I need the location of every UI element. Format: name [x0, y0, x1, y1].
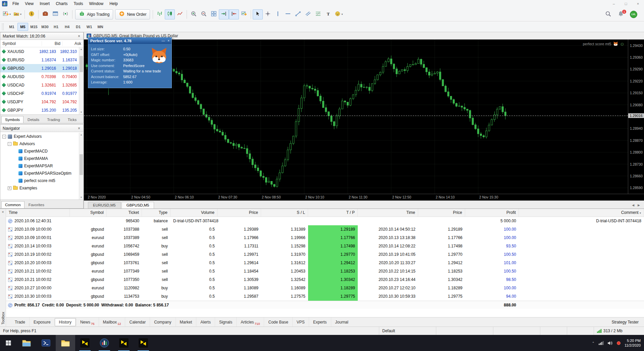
- zoom-in-button[interactable]: [189, 9, 199, 19]
- history-column-comment-close[interactable]: Comment ▾: [519, 209, 644, 217]
- menu-view[interactable]: View: [22, 0, 37, 7]
- toolbox-tab-journal[interactable]: Journal: [331, 317, 352, 327]
- toolbox-tab-signals[interactable]: Signals: [215, 317, 236, 327]
- tree-item-expert-advisors[interactable]: -Expert Advisors: [0, 133, 79, 140]
- history-column-s-l[interactable]: S / L: [261, 209, 308, 217]
- taskbar-exness-2[interactable]: [114, 335, 134, 351]
- taskbar-exness-3[interactable]: [134, 335, 153, 351]
- column-header-symbol[interactable]: Symbol: [0, 41, 42, 46]
- taskbar-mt5[interactable]: [95, 335, 114, 351]
- scroll-down-icon[interactable]: ▼: [79, 195, 83, 199]
- history-row[interactable]: 2020.10.20 10:00:03gbpusd1073761sell0.51…: [6, 259, 644, 267]
- arrows-button[interactable]: ▾: [333, 9, 344, 19]
- menu-window[interactable]: Window: [86, 0, 107, 7]
- profile-selector[interactable]: Default: [379, 327, 436, 335]
- data-window-button[interactable]: [50, 9, 60, 19]
- volume-icon[interactable]: [608, 341, 613, 345]
- close-icon[interactable]: ×: [77, 126, 81, 131]
- filter-caret-icon[interactable]: ▾: [640, 212, 641, 215]
- tile-windows-button[interactable]: [209, 9, 219, 19]
- history-center-button[interactable]: [40, 9, 50, 19]
- market-watch-row-audusd[interactable]: AUDUSD0.703980.70400: [0, 72, 79, 81]
- tabs-scroll-right-icon[interactable]: ▶: [638, 203, 640, 207]
- ea-close-icon[interactable]: ×: [167, 39, 169, 43]
- ea-info-panel[interactable]: Perfect Score ver. 4.78 — × Lot size:0.5…: [88, 37, 172, 88]
- algo-smiley-icon[interactable]: ☺: [620, 42, 625, 46]
- strategy-tester-label[interactable]: Strategy Tester: [612, 320, 644, 325]
- scrollbar-thumb[interactable]: [80, 56, 83, 72]
- timeframe-m30[interactable]: M30: [40, 23, 50, 31]
- new-order-button[interactable]: New Order: [115, 9, 150, 19]
- tree-item-expertmama[interactable]: ExpertMAMA: [0, 155, 79, 162]
- search-button[interactable]: [603, 9, 613, 19]
- candle-chart-button[interactable]: [165, 9, 175, 19]
- toolbox-tab-mailbox[interactable]: Mailbox12: [99, 317, 125, 327]
- trendline-button[interactable]: [293, 9, 303, 19]
- menu-insert[interactable]: Insert: [37, 0, 53, 7]
- tab-ticks[interactable]: Ticks: [64, 116, 80, 123]
- taskbar-folder[interactable]: [56, 335, 75, 351]
- tree-expander[interactable]: -: [8, 142, 11, 146]
- history-row[interactable]: 2020.10.09 10:00:00gbpusd1037388sell0.51…: [6, 225, 644, 234]
- history-column-t-p[interactable]: T / P: [308, 209, 358, 217]
- level-button[interactable]: LVL: [629, 9, 639, 19]
- profiles-button[interactable]: ▾: [12, 9, 23, 19]
- start-button[interactable]: [0, 335, 17, 351]
- toolbox-tab-vps[interactable]: VPS: [292, 317, 309, 327]
- tree-item-advisors[interactable]: -Advisors: [0, 140, 79, 148]
- market-watch-row-gbpjpy[interactable]: GBPJPY135.200135.205: [0, 106, 79, 114]
- fibonacci-button[interactable]: [313, 9, 323, 19]
- menu-help[interactable]: Help: [106, 0, 121, 7]
- taskbar-clock[interactable]: 5:20 PM 11/2/2020: [625, 338, 641, 348]
- minimize-button[interactable]: –: [608, 0, 620, 7]
- ea-minimize-icon[interactable]: —: [161, 39, 165, 43]
- timeframe-d1[interactable]: D1: [73, 23, 84, 31]
- equidistant-channel-button[interactable]: [303, 9, 313, 19]
- notification-dot-icon[interactable]: [617, 341, 621, 345]
- toolbox-tab-alerts[interactable]: Alerts: [196, 317, 215, 327]
- history-column-price[interactable]: Price: [217, 209, 261, 217]
- history-column-price-close[interactable]: Price: [418, 209, 465, 217]
- taskbar-exness-1[interactable]: [75, 335, 95, 351]
- bar-chart-button[interactable]: [155, 9, 165, 19]
- menu-file[interactable]: File: [9, 0, 22, 7]
- toolbox-tab-history[interactable]: History: [55, 318, 76, 326]
- line-chart-button[interactable]: [175, 9, 185, 19]
- toolbox-tab-exposure[interactable]: Exposure: [29, 317, 55, 327]
- toolbox-tab-market[interactable]: Market: [176, 317, 196, 327]
- history-row[interactable]: 2020.10.09 10:00:01eurusd1037389sell0.51…: [6, 234, 644, 242]
- tree-item-expertmapsarsizeoptim[interactable]: ExpertMAPSARSizeOptim: [0, 170, 79, 177]
- maximize-button[interactable]: □: [620, 0, 632, 7]
- close-button[interactable]: ×: [632, 0, 644, 7]
- chart-tab-eurusd-m5[interactable]: EURUSD,M5: [88, 202, 121, 209]
- tabs-scroll-left-icon[interactable]: ◀: [632, 203, 634, 207]
- timeframe-m5[interactable]: M5: [17, 23, 28, 31]
- history-row[interactable]: 2020.10.21 10:00:02eurusd1077349sell0.51…: [6, 267, 644, 276]
- toolbox-tab-code-base[interactable]: Code Base: [264, 317, 292, 327]
- history-column-symbol[interactable]: Symbol: [70, 209, 107, 217]
- horizontal-line-button[interactable]: [283, 9, 293, 19]
- navigator-scrollbar[interactable]: ▲ ▼: [79, 133, 83, 199]
- timeframe-m15[interactable]: M15: [29, 23, 39, 31]
- scroll-up-icon[interactable]: ▲: [79, 47, 83, 51]
- history-row[interactable]: 2020.10.27 10:00:00eurusd1120982buy0.51.…: [6, 284, 644, 292]
- timeframe-h4[interactable]: H4: [62, 23, 72, 31]
- scrollbar-track[interactable]: [79, 51, 83, 110]
- history-column-ticket[interactable]: Ticket: [107, 209, 142, 217]
- tab-symbols[interactable]: Symbols: [1, 116, 23, 123]
- indicators-button[interactable]: [239, 9, 249, 19]
- zoom-out-button[interactable]: [199, 9, 209, 19]
- connection-status[interactable]: 313 / 2 Mb: [594, 327, 644, 335]
- price-axis[interactable]: 1.294301.293601.292901.292201.291501.290…: [628, 40, 644, 194]
- menu-charts[interactable]: Charts: [53, 0, 70, 7]
- history-row[interactable]: 2020.10.14 10:00:03eurusd1056742buy0.51.…: [6, 242, 644, 250]
- scroll-down-icon[interactable]: ▼: [79, 110, 83, 114]
- scrollbar-track[interactable]: [79, 137, 83, 195]
- toolbox-close-icon[interactable]: ×: [2, 210, 4, 214]
- tree-item-expertmacd[interactable]: ExpertMACD: [0, 148, 79, 155]
- tree-item-examples[interactable]: +Examples: [0, 184, 79, 192]
- close-icon[interactable]: ×: [77, 34, 81, 39]
- tab-details[interactable]: Details: [24, 116, 43, 123]
- scrollbar-thumb[interactable]: [80, 154, 83, 175]
- new-chart-button[interactable]: ▾: [1, 9, 12, 19]
